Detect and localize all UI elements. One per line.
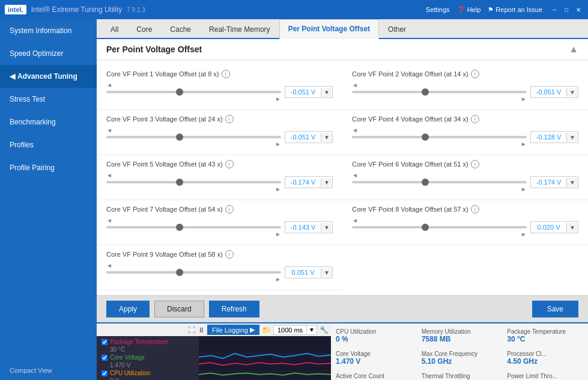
vf7-slider[interactable]	[106, 226, 281, 228]
vf3-left-arrow[interactable]: ◄	[106, 127, 112, 133]
sidebar-item-stress-test[interactable]: Stress Test	[0, 88, 97, 111]
vf8-right-arrow[interactable]: ►	[521, 231, 527, 238]
pause-chart-icon[interactable]: ⏸	[198, 326, 205, 334]
scroll-up-icon[interactable]: ▲	[569, 44, 578, 55]
page-title: Per Point Voltage Offset	[106, 44, 202, 54]
vf3-slider[interactable]	[106, 136, 281, 138]
compact-view-link[interactable]: Compact View	[0, 361, 97, 380]
folder-icon[interactable]: 📁	[262, 326, 271, 334]
vf-point-1: Core VF Point 1 Voltage Offset (at 8 x) …	[97, 65, 342, 110]
vf1-slider[interactable]	[106, 91, 281, 93]
vf5-slider[interactable]	[106, 181, 281, 183]
sidebar-item-advanced-tuning[interactable]: ◀ Advanced Tuning	[0, 65, 97, 88]
vf-point-2: Core VF Point 2 Voltage Offset (at 14 x)…	[342, 65, 588, 110]
vf6-dropdown[interactable]: ▼	[566, 178, 578, 187]
vf3-right-arrow[interactable]: ►	[275, 141, 281, 147]
vf6-left-arrow[interactable]: ◄	[352, 172, 358, 179]
tab-real-time-memory[interactable]: Real-Time Memory	[200, 20, 279, 39]
vf7-right-arrow[interactable]: ►	[275, 231, 281, 238]
vf8-slider[interactable]	[352, 226, 527, 228]
legend-core-voltage-checkbox[interactable]	[102, 355, 108, 361]
vf4-info-icon[interactable]: i	[471, 115, 479, 123]
legend-cpu-utilization-checkbox[interactable]	[102, 370, 108, 376]
report-link[interactable]: ⚑ Report an Issue	[488, 6, 542, 14]
sidebar-item-benchmarking[interactable]: Benchmarking	[0, 111, 97, 133]
vf9-slider[interactable]	[106, 271, 281, 274]
vf9-right-arrow[interactable]: ►	[275, 276, 281, 283]
sidebar-item-speed-optimizer[interactable]: Speed Optimizer	[0, 42, 97, 65]
tab-cache[interactable]: Cache	[161, 20, 200, 39]
main-layout: System Information Speed Optimizer ◀ Adv…	[0, 19, 588, 380]
vf2-info-icon[interactable]: i	[471, 70, 479, 78]
vf5-info-icon[interactable]: i	[225, 160, 234, 168]
vf8-dropdown[interactable]: ▼	[566, 223, 578, 232]
vf9-info-icon[interactable]: i	[225, 250, 234, 259]
vf9-dropdown[interactable]: ▼	[321, 268, 332, 277]
apply-button[interactable]: Apply	[106, 301, 150, 317]
tab-core[interactable]: Core	[127, 20, 161, 39]
content-area: All Core Cache Real-Time Memory Per Poin…	[97, 19, 588, 380]
close-button[interactable]: ✕	[574, 5, 583, 14]
vf9-left-arrow[interactable]: ◄	[106, 262, 112, 269]
vf2-dropdown[interactable]: ▼	[566, 88, 578, 97]
stat-cpu-utilization: CPU Utilization 0 %	[336, 327, 412, 348]
vf2-right-arrow[interactable]: ►	[521, 96, 527, 102]
vf1-right-arrow[interactable]: ►	[275, 96, 281, 102]
vf6-slider[interactable]	[352, 181, 527, 183]
vf4-value: -0.128 V	[531, 132, 566, 142]
expand-icon[interactable]: ⛶	[188, 326, 195, 334]
help-link[interactable]: ❓ Help	[457, 6, 481, 14]
sidebar-item-system-information[interactable]: System Information	[0, 19, 97, 42]
vf1-dropdown[interactable]: ▼	[321, 88, 332, 97]
vf-point-7: Core VF Point 7 Voltage Offset (at 54 x)…	[97, 200, 342, 245]
legend-core-voltage[interactable]: Core Voltage	[102, 354, 194, 361]
vf2-slider[interactable]	[352, 91, 527, 93]
discard-button[interactable]: Discard	[154, 301, 204, 317]
vf7-value-box: -0.143 V ▼	[285, 221, 333, 233]
tab-other[interactable]: Other	[379, 20, 415, 39]
vf9-value: 0.051 V	[285, 267, 321, 278]
page-content: Per Point Voltage Offset ▲ Core VF Point…	[97, 39, 588, 380]
vf1-info-icon[interactable]: i	[222, 70, 230, 78]
svg-rect-0	[199, 336, 331, 380]
vf5-right-arrow[interactable]: ►	[275, 186, 281, 192]
vf3-info-icon[interactable]: i	[225, 115, 234, 123]
file-logging-button[interactable]: File Logging ▶	[207, 325, 259, 335]
vf1-value: -0.051 V	[285, 87, 321, 97]
vf4-right-arrow[interactable]: ►	[521, 141, 527, 147]
time-interval-select[interactable]: 1000 ms ▼	[273, 325, 317, 335]
vf1-left-arrow[interactable]: ◄	[106, 82, 112, 88]
settings-chart-icon[interactable]: 🔧	[320, 326, 329, 334]
sidebar-item-profiles[interactable]: Profiles	[0, 133, 97, 156]
sidebar-item-profile-pairing[interactable]: Profile Pairing	[0, 156, 97, 179]
chart-toolbar: ⛶ ⏸ File Logging ▶ 📁 1000 ms ▼ 🔧	[97, 323, 331, 336]
legend-package-temp-checkbox[interactable]	[102, 339, 108, 345]
maximize-button[interactable]: □	[562, 5, 571, 14]
legend-cpu-utilization[interactable]: CPU Utilization	[102, 370, 194, 376]
window-controls: ─ □ ✕	[550, 5, 583, 14]
vf7-info-icon[interactable]: i	[225, 205, 234, 213]
vf8-left-arrow[interactable]: ◄	[352, 217, 358, 224]
vf4-dropdown[interactable]: ▼	[566, 133, 578, 142]
save-button[interactable]: Save	[532, 301, 578, 317]
vf7-left-arrow[interactable]: ◄	[106, 217, 112, 224]
vf7-dropdown[interactable]: ▼	[321, 223, 332, 232]
settings-link[interactable]: Settings	[426, 6, 450, 13]
vf4-left-arrow[interactable]: ◄	[352, 127, 358, 133]
minimize-button[interactable]: ─	[550, 5, 559, 14]
stat-package-temperature: Package Temperature 30 °C	[507, 327, 583, 348]
tab-per-point-voltage[interactable]: Per Point Voltage Offset	[279, 19, 379, 39]
vf6-info-icon[interactable]: i	[471, 160, 479, 168]
refresh-button[interactable]: Refresh	[209, 301, 259, 317]
vf3-dropdown[interactable]: ▼	[321, 133, 332, 142]
vf5-dropdown[interactable]: ▼	[321, 178, 332, 187]
vf2-left-arrow[interactable]: ◄	[352, 82, 358, 88]
play-icon: ▶	[250, 326, 255, 334]
vf4-slider[interactable]	[352, 136, 527, 138]
sidebar: System Information Speed Optimizer ◀ Adv…	[0, 19, 97, 380]
vf6-right-arrow[interactable]: ►	[521, 186, 527, 192]
tab-all[interactable]: All	[102, 20, 127, 39]
vf5-left-arrow[interactable]: ◄	[106, 172, 112, 179]
legend-package-temp[interactable]: Package Temperature	[102, 339, 194, 345]
vf8-info-icon[interactable]: i	[471, 205, 479, 213]
